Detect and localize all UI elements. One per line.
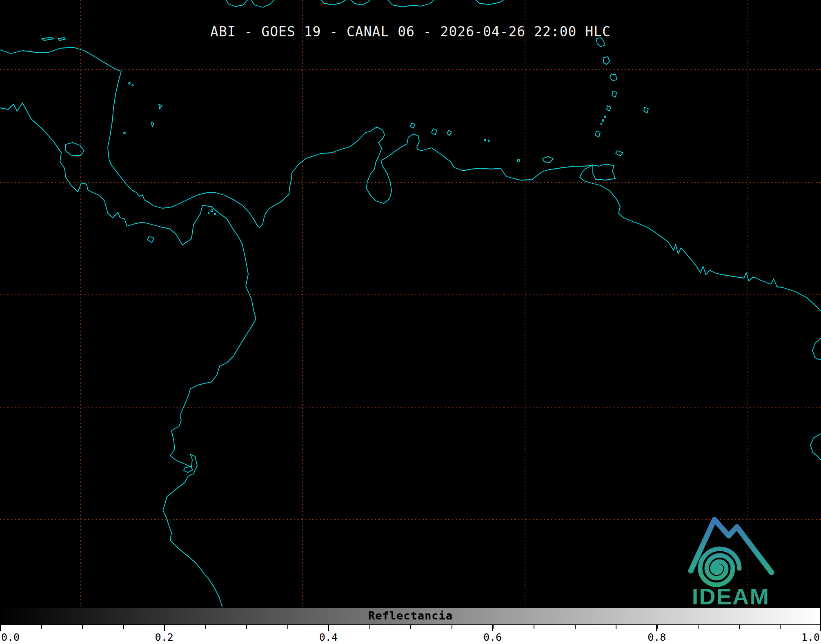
island-bonaire — [447, 130, 452, 136]
island-puerto-rico-south — [476, 0, 503, 4]
island-jamaica-west — [226, 0, 247, 7]
satellite-image-viewer: IDEAM ABI - GOES 19 - CANAL 06 - 2026-04… — [0, 0, 821, 644]
satellite-map: IDEAM ABI - GOES 19 - CANAL 06 - 2026-04… — [0, 0, 821, 607]
colorbar-tick-label: 0.0 — [1, 631, 20, 643]
island-grenada — [595, 131, 600, 137]
logo-wordmark: IDEAM — [692, 584, 770, 607]
island-dot — [484, 139, 486, 141]
island-margarita — [543, 156, 553, 163]
island-dot — [214, 213, 216, 215]
island-curacao — [432, 129, 437, 135]
coastline-amazon-river — [810, 434, 821, 460]
island-haiti-southeast — [351, 0, 370, 5]
island-providencia — [159, 104, 162, 109]
island-puna — [184, 466, 193, 472]
colorbar: Reflectancia 0.0 0.2 0.4 0.6 0.8 1.0 — [0, 607, 821, 644]
island-st-lucia — [612, 91, 616, 97]
island-aruba — [410, 123, 415, 128]
island-trinidad — [593, 164, 615, 180]
colorbar-label: Reflectancia — [368, 609, 453, 622]
graticule-grid — [0, 0, 821, 607]
island-jamaica-east — [251, 0, 274, 7]
island-hispaniola-south — [388, 0, 434, 7]
logo-spiral-icon — [700, 549, 739, 585]
island-dot — [601, 123, 602, 125]
island-barbados — [644, 107, 648, 113]
island-dot — [518, 160, 520, 162]
ideam-logo: IDEAM — [691, 519, 772, 607]
colorbar-tick-label: 0.8 — [647, 631, 666, 643]
island-tobago — [616, 151, 623, 156]
island-dot — [132, 85, 133, 86]
colorbar-tick-label: 0.2 — [155, 631, 174, 643]
island-dot — [208, 213, 209, 214]
colorbar-axis: 0.0 0.2 0.4 0.6 0.8 1.0 — [0, 625, 821, 644]
colorbar-gradient: Reflectancia — [0, 607, 821, 625]
island-dot — [129, 82, 130, 84]
colorbar-major-ticks — [0, 625, 821, 631]
island-martinique — [610, 74, 617, 81]
island-dot — [211, 210, 213, 212]
map-canvas: IDEAM — [0, 0, 821, 607]
island-dominica — [603, 57, 610, 65]
island-dot — [124, 132, 125, 134]
coastlines — [0, 0, 821, 607]
island-st-vincent — [607, 106, 611, 111]
map-title: ABI - GOES 19 - CANAL 06 - 2026-04-26 22… — [0, 24, 821, 40]
colorbar-tick-label: 0.4 — [319, 631, 338, 643]
island-san-andres — [151, 122, 154, 127]
island-dot — [602, 120, 604, 121]
colorbar-tick-label: 1.0 — [801, 631, 820, 643]
coastline-pacific — [0, 103, 256, 607]
island-dot — [604, 116, 606, 118]
coastline-amazon-north — [812, 338, 821, 360]
colorbar-tick-label: 0.6 — [483, 631, 502, 643]
coastline-caribbean-mainland — [0, 47, 821, 311]
island-dot — [488, 140, 489, 142]
island-coiba — [147, 236, 154, 243]
coastline-lake-nicaragua — [65, 143, 84, 156]
island-haiti-southwest — [321, 0, 346, 5]
